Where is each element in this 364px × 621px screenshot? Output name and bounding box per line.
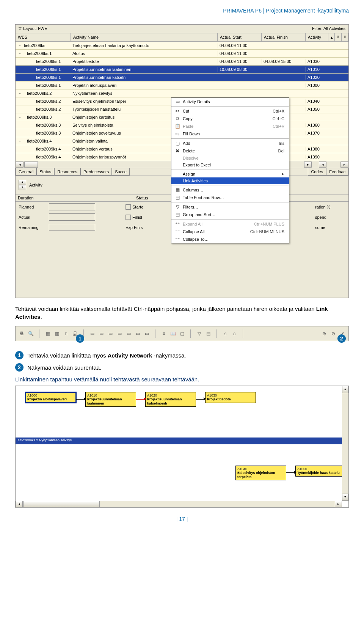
scroll-left-icon[interactable]: ◂	[16, 501, 23, 507]
col-wbs[interactable]: WBS	[16, 33, 71, 41]
network-hscroll[interactable]: ◂ ▸	[16, 501, 342, 507]
actual-field[interactable]	[49, 213, 95, 221]
detail6-icon[interactable]: ▭	[134, 330, 141, 337]
started-checkbox[interactable]	[126, 204, 131, 210]
ctx-delete[interactable]: ✖DeleteDel	[171, 147, 289, 155]
table-row[interactable]: tieto2009ks.1Projektisuunnitelman katsel…	[16, 74, 348, 82]
badge-1: 1	[76, 334, 84, 343]
node-a1050[interactable]: A1050Työntekijöide haas kattelu	[295, 466, 346, 477]
col-activity-name[interactable]: Activity Name	[71, 33, 218, 41]
node-a1010[interactable]: A1010Projektisuunnitelman laatiminen	[85, 392, 136, 407]
detail5-icon[interactable]: ▭	[125, 330, 132, 337]
ctx-export-excel[interactable]: Export to Excel	[171, 162, 289, 168]
tab-resources[interactable]: Resources	[54, 168, 80, 176]
print-icon[interactable]: 🖶	[18, 330, 25, 337]
scroll-down-icon[interactable]: ▾	[342, 494, 348, 501]
ctx-collapse-all[interactable]: ⁻⁻Collapse AllCtrl+NUM MIINUS	[171, 228, 289, 235]
table-row[interactable]: tieto2009ks.1Projektisuunnitelman laatim…	[16, 66, 348, 74]
ctx-assign[interactable]: Assign▸	[171, 170, 289, 177]
node-a1000[interactable]: A1000Projektin aloituspalaveri	[25, 392, 76, 403]
finished-checkbox[interactable]	[126, 215, 131, 220]
ctx-filters[interactable]: ▽Filters…	[171, 203, 289, 211]
wbs-cell: tieto2009ks.1	[23, 67, 71, 72]
expfinish-label: Exp Finis	[126, 225, 143, 230]
scroll-up-icon[interactable]: ▴	[342, 386, 348, 393]
wbs-icon[interactable]: ⌂	[221, 330, 229, 337]
tab-feedbac[interactable]: Feedbac	[326, 168, 348, 176]
scroll-thumb[interactable]	[24, 162, 38, 168]
book-icon[interactable]: 📖	[169, 330, 177, 337]
align-icon[interactable]: ≡	[160, 330, 168, 337]
col-activity[interactable]: Activity	[306, 33, 328, 41]
ctx-table-font[interactable]: ▤Table Font and Row…	[171, 194, 289, 201]
table-row[interactable]: −tieto2009ksTietojärjestelmän hankinta j…	[16, 42, 348, 50]
network-vscroll[interactable]: ▴ ▾	[342, 386, 348, 501]
sort-icon[interactable]: ▤	[204, 330, 212, 337]
box-icon[interactable]: ▢	[178, 330, 186, 337]
ctx-activity-details[interactable]: ▭Activity Details	[171, 98, 289, 105]
ctx-cut[interactable]: ✂CutCtrl+X	[171, 107, 289, 115]
scroll-right-icon[interactable]: ▸	[340, 162, 348, 168]
node-a1030[interactable]: A1030Projektitiedote	[205, 392, 256, 403]
ctx-collapse-to[interactable]: ⁻⁺Collapse To…	[171, 235, 289, 243]
grid-icon[interactable]: ▦	[44, 330, 52, 337]
zoom-out-icon[interactable]: ⊖	[329, 330, 337, 337]
tab-status[interactable]: Status	[36, 168, 54, 176]
table-row[interactable]: −tieto2009ks.2Nykytilanteen selvitys	[16, 89, 348, 97]
tab-succe[interactable]: Succe	[112, 168, 130, 176]
ctx-group-sort[interactable]: ▤Group and Sort…	[171, 211, 289, 218]
scroll-thumb[interactable]	[23, 501, 100, 507]
zoom-in-icon[interactable]: ⊕	[320, 330, 328, 337]
wbs2-icon[interactable]: ⌂	[231, 330, 238, 337]
remaining-field[interactable]	[49, 224, 95, 231]
toolbar-divider	[190, 329, 191, 338]
filter-icon[interactable]: ▽	[195, 330, 203, 337]
activity-id-cell: A1060	[306, 123, 328, 127]
ctx-columns[interactable]: ▦Columns…	[171, 186, 289, 194]
activity-network[interactable]: A1000Projektin aloituspalaveri A1010Proj…	[15, 386, 349, 508]
tree-toggle[interactable]: −	[17, 52, 22, 55]
node-a1040[interactable]: A1040Esiselvitys ohjelmiston tarpeista	[235, 466, 286, 480]
preview-icon[interactable]: 🔍	[27, 330, 35, 337]
activity-up-button[interactable]: ▴	[19, 180, 26, 185]
detail1-icon[interactable]: ▭	[88, 330, 96, 337]
wbs-cell: tieto2009ks.4	[23, 155, 71, 159]
col-actual-start[interactable]: Actual Start	[218, 33, 262, 41]
ctx-add[interactable]: ▢AddIns	[171, 140, 289, 147]
table-row[interactable]: tieto2009ks.1Projektin aloituspalaveriA1…	[16, 82, 348, 89]
tree-toggle[interactable]: −	[17, 91, 22, 95]
split-icon[interactable]: ▥	[53, 330, 61, 337]
col-s1[interactable]: S	[335, 33, 342, 41]
ctx-fill-down[interactable]: ≡↓Fill Down	[171, 130, 289, 138]
col-s2[interactable]: S	[342, 33, 348, 41]
tab-general[interactable]: General	[16, 168, 36, 176]
table-row[interactable]: tieto2009ks.1Projektitiedote04.08.09 11:…	[16, 58, 348, 66]
detail3-icon[interactable]: ▭	[107, 330, 114, 337]
detail4-icon[interactable]: ▭	[116, 330, 123, 337]
tree-toggle[interactable]: −	[17, 115, 22, 119]
column-headers: WBS Activity Name Actual Start Actual Fi…	[16, 33, 348, 42]
node-a1020[interactable]: A1020Projektisuunnitelman katselmointi	[145, 392, 196, 407]
scroll-left-icon[interactable]: ◂	[16, 162, 24, 168]
chart-icon[interactable]: ⎍	[62, 330, 70, 337]
layout-label[interactable]: ▽Layout: FWE	[19, 26, 47, 31]
ctx-copy[interactable]: ⧉CopyCtrl+C	[171, 115, 289, 122]
tab-predecessors[interactable]: Predecessors	[80, 168, 112, 176]
planned-field[interactable]	[49, 203, 95, 210]
table-row[interactable]: −tieto2009ks.1Aloitus04.08.09 11:30	[16, 50, 348, 58]
activity-id-cell: A1010	[306, 67, 328, 72]
scroll-right-icon[interactable]: ▸	[304, 162, 312, 168]
tab-codes[interactable]: Codes	[308, 168, 326, 176]
tree-toggle[interactable]: −	[17, 44, 22, 47]
scroll-right-icon[interactable]: ▸	[335, 501, 342, 507]
detail7-icon[interactable]: ▭	[143, 330, 151, 337]
scroll-left-icon[interactable]: ◂	[319, 162, 326, 168]
ctx-link-activities[interactable]: Link Activities	[171, 177, 289, 184]
actual-start-cell: 10.08.09 08:30	[218, 67, 262, 72]
detail2-icon[interactable]: ▭	[97, 330, 105, 337]
scroll-up-icon[interactable]: ▴	[328, 33, 335, 41]
col-actual-finish[interactable]: Actual Finish	[262, 33, 306, 41]
tree-toggle[interactable]: −	[17, 139, 22, 143]
activity-down-button[interactable]: ▾	[19, 185, 26, 190]
activity-id-cell: A1080	[306, 147, 328, 151]
